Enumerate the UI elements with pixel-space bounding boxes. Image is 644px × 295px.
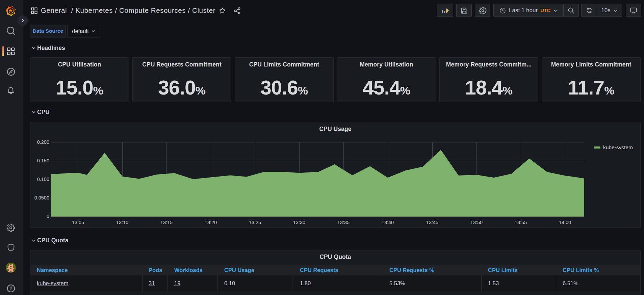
svg-text:13:10: 13:10 [116, 220, 128, 225]
svg-text:kube-system: kube-system [603, 144, 633, 150]
svg-text:13:30: 13:30 [293, 220, 305, 225]
svg-text:0.200: 0.200 [37, 139, 49, 145]
svg-text:13:35: 13:35 [337, 220, 350, 225]
svg-text:13:55: 13:55 [515, 220, 527, 225]
svg-text:13:15: 13:15 [160, 220, 173, 225]
svg-text:13:50: 13:50 [470, 220, 483, 225]
svg-text:0: 0 [47, 214, 49, 219]
svg-text:13:45: 13:45 [426, 220, 438, 225]
svg-text:?: ? [9, 286, 12, 291]
svg-text:14:00: 14:00 [559, 220, 571, 225]
svg-text:13:05: 13:05 [72, 220, 84, 225]
svg-text:0.150: 0.150 [37, 158, 49, 163]
svg-text:13:20: 13:20 [205, 220, 217, 225]
svg-text:13:25: 13:25 [249, 220, 261, 225]
svg-text:0.100: 0.100 [37, 177, 49, 182]
svg-text:13:40: 13:40 [382, 220, 394, 225]
svg-text:0.0500: 0.0500 [34, 195, 49, 200]
